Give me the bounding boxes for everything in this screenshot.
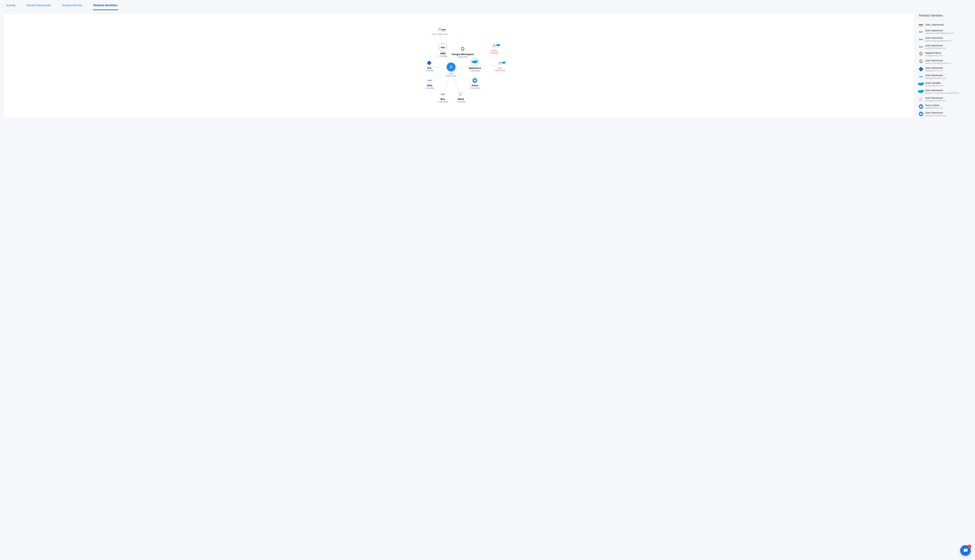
identity-name: Josh Hammond (925, 37, 952, 39)
identity-email: nati@polyrize.com (925, 69, 943, 72)
identity-name: Josh Hammond (925, 59, 952, 62)
service-sub: 1 Identity (418, 69, 441, 72)
graph-node-google[interactable]: Google Workspace2 Identities (451, 47, 475, 58)
identity-name: Josh Hammond (925, 67, 943, 69)
chat-button[interactable]: 2 (960, 545, 971, 556)
zoom-icon (919, 104, 923, 109)
graph-node-okta[interactable]: oktaOkta1 Identity (418, 78, 441, 89)
identity-name: Josh Hammond (925, 89, 961, 92)
box-icon: box (919, 30, 923, 34)
identity-row[interactable]: boxJosh Hammondjosh@polyrizelab.com (919, 43, 972, 50)
jira-icon (919, 67, 923, 71)
service-sub: 2 Identities (463, 87, 487, 89)
identity-email: joshhammond609@gmail.com (925, 32, 954, 34)
identity-email: joshhh.polyrize@gmail.com (925, 40, 952, 42)
graph-node-ext-mack[interactable]: mackdonalds (483, 43, 506, 54)
identity-row[interactable]: Josh Hammondjosh@polyrizelab.com (919, 110, 972, 118)
identity-name: mack donalds (925, 82, 943, 84)
service-sub: 2 Identities (463, 70, 487, 72)
salesforce-icon (919, 89, 923, 94)
google-icon (919, 52, 923, 56)
identity-row[interactable]: Josh Hammondsalesforce-package-us-aaaaeb… (919, 88, 972, 95)
tab-activity[interactable]: Activity (6, 2, 16, 10)
service-title: Google Workspace (451, 53, 475, 56)
graph-node-salesforce[interactable]: Salesforce2 Identities (463, 58, 487, 72)
service-title: Zoom (463, 84, 487, 87)
google-icon (919, 60, 923, 64)
service-sub: 1 Identity (449, 100, 472, 103)
graph-node-center[interactable]: JoshHammond (439, 63, 463, 77)
identity-row[interactable]: mack donaldseli-xpfz@force.com (919, 80, 972, 88)
identity-name: Netanel Hazut (925, 52, 943, 54)
slack-icon (919, 97, 923, 101)
identity-name: Josh Hammond (925, 44, 946, 47)
svg-point-11 (439, 28, 440, 29)
identity-email: eli-xpfz@force.com (925, 84, 943, 87)
identity-row[interactable]: boxJosh Hammondjoshhh.polyrize@gmail.com (919, 35, 972, 43)
graph-node-jira[interactable]: Jira1 Identity (418, 60, 441, 72)
aws-user-label: Josh_Hammond (428, 33, 452, 35)
service-sub: 1 Identity (418, 87, 441, 89)
identity-row[interactable]: Josh Hammondjoshhh.polyrize@gmail.com (919, 58, 972, 65)
box-icon: box (919, 37, 923, 42)
graph-node-ext-josh[interactable]: JoshHammond (488, 60, 512, 72)
graph-node-slack[interactable]: Slack1 Identity (449, 91, 472, 103)
identity-row[interactable]: Netanel Hazutnati@polyrize.com (919, 50, 972, 58)
identity-row[interactable]: Josh Hammondnati@polyrize.com (919, 65, 972, 73)
identity-name: Josh Hammond (925, 74, 946, 77)
chat-badge: 2 (967, 545, 971, 548)
box-icon: box (919, 45, 923, 49)
identity-graph-panel: awsJosh_HammondawsAWS1 IdentityGoogle Wo… (3, 14, 914, 118)
identity-email: josh@polyrizelab.com (925, 77, 946, 79)
identity-row[interactable]: boxJosh Hammondjoshhammond609@gmail.com (919, 28, 972, 35)
identity-row[interactable]: Tony Cortinanati@polyrize.com (919, 103, 972, 110)
identity-name: Tony Cortina (925, 104, 943, 107)
svg-point-14 (499, 62, 500, 63)
aws-icon: aws (919, 23, 923, 27)
graph-node-aws-user[interactable]: awsJosh_Hammond (428, 26, 452, 35)
identity-row[interactable]: oktaJosh Hammondjosh@polyrizelab.com (919, 73, 972, 80)
identity-name: Josh Hammond (925, 97, 946, 99)
tab-related-identities[interactable]: Related Identities (93, 2, 118, 10)
svg-point-12 (450, 66, 452, 67)
ext-user-label: mackdonalds (483, 49, 506, 54)
identity-email: nati@polyrize.com (925, 107, 943, 109)
tab-recent-resources[interactable]: Recent Resources (27, 2, 51, 10)
zoom-icon (919, 112, 923, 116)
graph-node-zoom[interactable]: Zoom2 Identities (463, 78, 487, 89)
identity-row[interactable]: Josh Hammondjosh@polyrizelab.com (919, 95, 972, 103)
related-identities-panel: Related Identities awsJosh_HammondboxJos… (919, 14, 972, 118)
service-title: Salesforce (463, 67, 487, 70)
identity-name: Josh_Hammond (925, 23, 943, 26)
center-label: JoshHammond (439, 72, 463, 77)
identity-email: josh@polyrizelab.com (925, 47, 946, 49)
related-identities-title: Related Identities (919, 14, 972, 20)
ext-user-label: JoshHammond (488, 67, 512, 72)
tab-access-review[interactable]: Access Review (62, 2, 82, 10)
service-title: Jira (418, 67, 441, 69)
identity-email: nati@polyrize.com (925, 54, 943, 57)
identity-email: josh@polyrizelab.com (925, 114, 946, 117)
identity-email: joshhh.polyrize@gmail.com (925, 62, 952, 64)
identity-name: Josh Hammond (925, 29, 954, 32)
identity-row[interactable]: awsJosh_Hammond (919, 22, 972, 28)
identity-email: salesforce-package-us-aaaaeb3acu... (925, 92, 961, 94)
identity-email: josh@polyrizelab.com (925, 99, 946, 102)
service-title: Slack (449, 98, 472, 100)
identity-name: Josh Hammond (925, 112, 946, 114)
salesforce-icon (919, 82, 923, 86)
service-title: Okta (418, 84, 441, 87)
okta-icon: okta (919, 75, 923, 79)
tabs: ActivityRecent ResourcesAccess ReviewRel… (3, 2, 972, 10)
svg-point-13 (493, 44, 495, 46)
